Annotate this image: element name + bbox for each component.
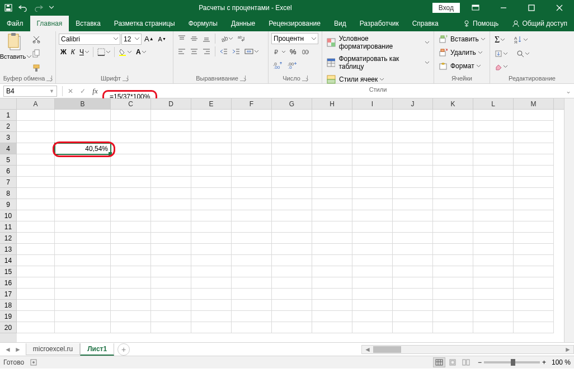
cell-G11[interactable] xyxy=(272,221,312,233)
cell-B20[interactable] xyxy=(55,322,111,333)
cell-L16[interactable] xyxy=(473,277,514,289)
cell-F13[interactable] xyxy=(232,244,272,255)
normal-view-icon[interactable] xyxy=(433,357,445,367)
col-header-K[interactable]: K xyxy=(433,98,473,109)
cell-E10[interactable] xyxy=(191,210,232,221)
underline-button[interactable]: Ч xyxy=(78,46,91,58)
cell-K1[interactable] xyxy=(433,110,473,121)
cell-D12[interactable] xyxy=(151,233,191,244)
tab-help[interactable]: Справка xyxy=(406,16,445,31)
cell-K4[interactable] xyxy=(433,143,473,154)
cell-J10[interactable] xyxy=(393,210,433,221)
cell-J15[interactable] xyxy=(393,266,433,277)
cell-H18[interactable] xyxy=(312,300,352,311)
cell-H20[interactable] xyxy=(312,322,352,333)
cell-E8[interactable] xyxy=(191,188,232,199)
cell-J11[interactable] xyxy=(393,221,433,233)
cell-B6[interactable] xyxy=(55,166,111,177)
cell-M10[interactable] xyxy=(514,210,554,221)
cell-I18[interactable] xyxy=(352,300,393,311)
row-header-16[interactable]: 16 xyxy=(0,277,17,289)
cell-J13[interactable] xyxy=(393,244,433,255)
row-header-11[interactable]: 11 xyxy=(0,221,17,233)
cell-M12[interactable] xyxy=(514,233,554,244)
horizontal-scrollbar[interactable]: ◄ ► xyxy=(361,345,574,354)
cell-K17[interactable] xyxy=(433,289,473,300)
cell-J19[interactable] xyxy=(393,311,433,322)
row-header-2[interactable]: 2 xyxy=(0,121,17,132)
cell-G2[interactable] xyxy=(272,121,312,132)
zoom-out-icon[interactable]: − xyxy=(478,358,482,366)
italic-button[interactable]: К xyxy=(69,46,77,58)
cell-C9[interactable] xyxy=(111,199,151,210)
cell-M6[interactable] xyxy=(514,166,554,177)
add-sheet-icon[interactable]: + xyxy=(117,343,130,356)
cell-L19[interactable] xyxy=(473,311,514,322)
cell-L5[interactable] xyxy=(473,154,514,166)
tab-data[interactable]: Данные xyxy=(224,16,262,31)
decrease-font-icon[interactable]: A▼ xyxy=(157,34,168,44)
cell-M17[interactable] xyxy=(514,289,554,300)
align-right-icon[interactable] xyxy=(201,46,212,57)
cell-E17[interactable] xyxy=(191,289,232,300)
cell-G9[interactable] xyxy=(272,199,312,210)
cell-K20[interactable] xyxy=(433,322,473,333)
cell-E19[interactable] xyxy=(191,311,232,322)
col-header-F[interactable]: F xyxy=(232,98,272,109)
cell-K19[interactable] xyxy=(433,311,473,322)
cell-F17[interactable] xyxy=(232,289,272,300)
cell-C7[interactable] xyxy=(111,177,151,188)
cell-D9[interactable] xyxy=(151,199,191,210)
cell-I11[interactable] xyxy=(352,221,393,233)
cell-G7[interactable] xyxy=(272,177,312,188)
cell-M4[interactable] xyxy=(514,143,554,154)
cell-B14[interactable] xyxy=(55,255,111,266)
zoom-in-icon[interactable]: + xyxy=(542,358,546,366)
cell-D4[interactable] xyxy=(151,143,191,154)
cell-K14[interactable] xyxy=(433,255,473,266)
cell-A7[interactable] xyxy=(17,177,55,188)
tab-insert[interactable]: Вставка xyxy=(69,16,107,31)
decrease-indent-icon[interactable] xyxy=(218,46,229,57)
cell-J16[interactable] xyxy=(393,277,433,289)
cell-C16[interactable] xyxy=(111,277,151,289)
cell-C14[interactable] xyxy=(111,255,151,266)
clear-icon[interactable] xyxy=(493,61,509,72)
cell-M7[interactable] xyxy=(514,177,554,188)
cell-E11[interactable] xyxy=(191,221,232,233)
cell-A16[interactable] xyxy=(17,277,55,289)
cell-A19[interactable] xyxy=(17,311,55,322)
cell-D16[interactable] xyxy=(151,277,191,289)
cell-E6[interactable] xyxy=(191,166,232,177)
cell-G14[interactable] xyxy=(272,255,312,266)
cell-B16[interactable] xyxy=(55,277,111,289)
cell-F18[interactable] xyxy=(232,300,272,311)
cell-K5[interactable] xyxy=(433,154,473,166)
cell-D8[interactable] xyxy=(151,188,191,199)
cell-H8[interactable] xyxy=(312,188,352,199)
cell-E13[interactable] xyxy=(191,244,232,255)
cell-E3[interactable] xyxy=(191,132,232,143)
cell-L13[interactable] xyxy=(473,244,514,255)
sort-filter-icon[interactable]: AЯ xyxy=(512,34,529,46)
cell-B13[interactable] xyxy=(55,244,111,255)
tab-layout[interactable]: Разметка страницы xyxy=(107,16,182,31)
cell-G4[interactable] xyxy=(272,143,312,154)
col-header-I[interactable]: I xyxy=(352,98,393,109)
cell-M15[interactable] xyxy=(514,266,554,277)
borders-icon[interactable] xyxy=(96,46,112,58)
cell-A18[interactable] xyxy=(17,300,55,311)
cell-E16[interactable] xyxy=(191,277,232,289)
cell-A6[interactable] xyxy=(17,166,55,177)
font-size-select[interactable]: 12 xyxy=(121,34,142,45)
cell-E7[interactable] xyxy=(191,177,232,188)
cell-B2[interactable] xyxy=(55,121,111,132)
cell-L14[interactable] xyxy=(473,255,514,266)
cell-G6[interactable] xyxy=(272,166,312,177)
cell-I5[interactable] xyxy=(352,154,393,166)
tab-tellme[interactable]: Помощь xyxy=(456,16,505,31)
row-header-10[interactable]: 10 xyxy=(0,210,17,221)
cell-K7[interactable] xyxy=(433,177,473,188)
cell-C1[interactable] xyxy=(111,110,151,121)
cell-H11[interactable] xyxy=(312,221,352,233)
